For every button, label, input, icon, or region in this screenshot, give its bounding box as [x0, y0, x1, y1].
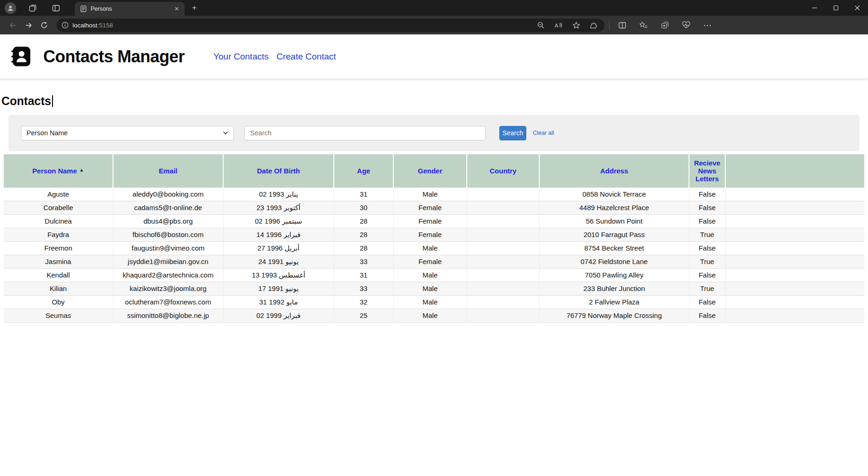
table-row: Kendall khaquard2@arstechnica.com 13 أغس… — [4, 268, 864, 282]
cell-country — [467, 187, 539, 201]
cell-address: 4489 Hazelcrest Place — [539, 201, 689, 214]
cell-person-name: Kendall — [4, 268, 113, 282]
cell-email: jsyddie1@miibeian.gov.cn — [113, 255, 223, 268]
header-date-of-birth[interactable]: Date Of Birth — [223, 154, 334, 187]
header-person-name[interactable]: Person Name▲ — [4, 154, 113, 187]
filter-card: Person Name Search Clear all — [8, 115, 860, 151]
favorites-icon[interactable] — [636, 18, 651, 33]
cell-age: 30 — [334, 201, 393, 214]
cell-newsletter: False — [689, 201, 725, 214]
minimize-button[interactable] — [804, 0, 825, 16]
header-country[interactable]: Country — [467, 154, 539, 187]
cell-age: 33 — [334, 255, 393, 268]
table-header-row: Person Name▲ Email Date Of Birth Age Gen… — [4, 154, 864, 187]
cell-address: 7050 Pawling Alley — [539, 268, 689, 282]
cell-country — [467, 214, 539, 228]
collections-icon[interactable] — [657, 18, 673, 33]
cell-gender: Male — [393, 187, 467, 201]
header-gender[interactable]: Gender — [393, 154, 467, 187]
maximize-button[interactable] — [825, 0, 847, 16]
svg-text:A: A — [555, 23, 558, 28]
extensions-icon[interactable] — [587, 20, 601, 31]
cell-gender: Male — [393, 295, 467, 309]
table-row: Faydra fbischof6@boston.com 14 فبراير 19… — [4, 228, 864, 241]
chevron-down-icon — [223, 131, 228, 135]
cell-country — [467, 241, 539, 255]
cell-address: 56 Sundown Point — [539, 214, 689, 228]
cell-gender: Male — [393, 268, 467, 282]
cell-address: 233 Buhler Junction — [539, 282, 689, 295]
settings-menu-icon[interactable]: ⋯ — [700, 18, 716, 33]
clear-all-link[interactable]: Clear all — [533, 130, 554, 136]
cell-date-of-birth: 23 أكتوبر 1993 — [223, 201, 334, 214]
url-text: localhost:5158 — [73, 22, 113, 29]
cell-gender: Male — [393, 309, 467, 322]
cell-country — [467, 201, 539, 214]
cell-age: 31 — [334, 187, 393, 201]
cell-age: 28 — [334, 228, 393, 241]
table-row: Oby oclutheram7@foxnews.com 31 مايو 1992… — [4, 295, 864, 309]
read-aloud-icon[interactable]: A — [551, 20, 565, 31]
cell-newsletter: False — [689, 309, 725, 322]
cell-person-name: Jasmina — [4, 255, 113, 268]
table-row: Dulcinea dbus4@pbs.org 02 سبتمبر 1996 28… — [4, 214, 864, 228]
cell-empty — [725, 295, 864, 309]
cell-email: dbus4@pbs.org — [113, 214, 223, 228]
cell-person-name: Freemon — [4, 241, 113, 255]
filter-field-value: Person Name — [27, 129, 68, 137]
contacts-logo-icon — [10, 46, 31, 67]
cell-address: 8754 Becker Street — [539, 241, 689, 255]
cell-empty — [725, 241, 864, 255]
tab-actions-icon[interactable] — [49, 1, 63, 14]
cell-person-name: Aguste — [4, 187, 113, 201]
cell-email: oclutheram7@foxnews.com — [113, 295, 223, 309]
cell-email: fbischof6@boston.com — [113, 228, 223, 241]
profile-avatar[interactable] — [5, 2, 16, 14]
cell-address: 76779 Norway Maple Crossing — [539, 309, 689, 322]
cell-gender: Female — [393, 214, 467, 228]
cell-date-of-birth: 02 يناير 1993 — [223, 187, 334, 201]
cell-gender: Female — [393, 255, 467, 268]
table-row: Freemon faugustin9@vimeo.com 27 أبريل 19… — [4, 241, 864, 255]
header-newsletter[interactable]: Recieve News Letters — [689, 154, 725, 187]
nav-your-contacts[interactable]: Your Contacts — [213, 52, 269, 62]
cell-person-name: Oby — [4, 295, 113, 309]
toolbar-divider — [609, 20, 610, 30]
split-screen-icon[interactable] — [614, 18, 630, 33]
cell-age: 31 — [334, 268, 393, 282]
filter-field-select[interactable]: Person Name — [21, 126, 234, 140]
cell-age: 33 — [334, 282, 393, 295]
forward-button[interactable] — [20, 18, 36, 33]
nav-create-contact[interactable]: Create Contact — [277, 52, 336, 62]
address-bar[interactable]: localhost:5158 A — [57, 19, 604, 32]
cell-email: kaizikowitz3@joomla.org — [113, 282, 223, 295]
refresh-button[interactable] — [36, 18, 52, 33]
cell-gender: Male — [393, 282, 467, 295]
header-age[interactable]: Age — [334, 154, 393, 187]
header-address[interactable]: Address — [539, 154, 689, 187]
cell-date-of-birth: 27 أبريل 1996 — [223, 241, 334, 255]
tab-close-icon[interactable]: ✕ — [172, 5, 181, 13]
add-favorite-star-icon[interactable] — [569, 20, 583, 31]
cell-country — [467, 228, 539, 241]
cell-date-of-birth: 31 مايو 1992 — [223, 295, 334, 309]
cell-country — [467, 255, 539, 268]
cell-age: 28 — [334, 241, 393, 255]
search-button[interactable]: Search — [499, 126, 526, 140]
browser-tab[interactable]: Persons ✕ — [75, 2, 185, 16]
browser-essentials-icon[interactable] — [678, 18, 694, 33]
cell-newsletter: False — [689, 295, 725, 309]
search-input[interactable] — [244, 126, 486, 140]
site-info-icon[interactable] — [61, 21, 69, 29]
cell-newsletter: False — [689, 268, 725, 282]
header-email[interactable]: Email — [113, 154, 223, 187]
new-tab-button[interactable]: + — [187, 1, 201, 14]
zoom-out-icon[interactable] — [534, 20, 548, 31]
table-row: Seumas ssimonitto8@biglobe.ne.jp 02 فبرا… — [4, 309, 864, 322]
back-button[interactable] — [5, 18, 20, 33]
workspaces-icon[interactable] — [26, 1, 40, 14]
cell-email: ssimonitto8@biglobe.ne.jp — [113, 309, 223, 322]
cell-date-of-birth: 02 فبراير 1999 — [223, 309, 334, 322]
cell-gender: Male — [393, 241, 467, 255]
close-window-button[interactable] — [847, 0, 868, 16]
